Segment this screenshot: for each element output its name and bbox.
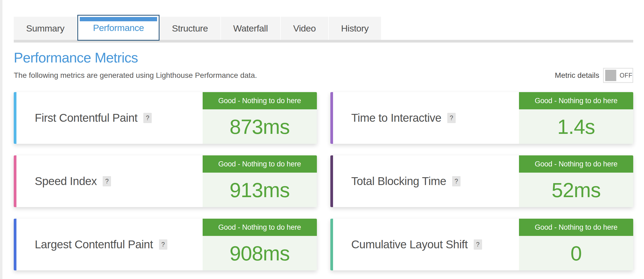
metric-result: Good - Nothing to do here 913ms xyxy=(203,155,317,207)
accent-bar xyxy=(14,219,16,270)
page-title: Performance Metrics xyxy=(14,50,138,66)
metric-card-total-blocking-time: Total Blocking Time ? Good - Nothing to … xyxy=(330,155,633,207)
active-tab-indicator xyxy=(80,17,157,21)
toggle-state-label: OFF xyxy=(620,72,633,79)
page-subtitle: The following metrics are generated usin… xyxy=(14,71,257,80)
tab-history[interactable]: History xyxy=(329,17,382,40)
status-badge: Good - Nothing to do here xyxy=(203,219,317,236)
metric-name: Cumulative Layout Shift xyxy=(351,238,468,251)
metric-body: Cumulative Layout Shift ? xyxy=(333,219,519,270)
accent-bar xyxy=(330,219,333,270)
metric-body: Speed Index ? xyxy=(16,155,203,207)
tab-performance[interactable]: Performance xyxy=(77,15,160,41)
tab-video[interactable]: Video xyxy=(281,17,329,40)
metric-result: Good - Nothing to do here 0 xyxy=(519,219,633,270)
tab-summary[interactable]: Summary xyxy=(14,17,77,40)
metric-value: 52ms xyxy=(519,173,633,207)
metric-value: 873ms xyxy=(203,109,317,144)
metric-body: Time to Interactive ? xyxy=(333,92,519,144)
metric-body: First Contentful Paint ? xyxy=(16,92,203,144)
help-icon[interactable]: ? xyxy=(143,113,152,123)
metric-result: Good - Nothing to do here 52ms xyxy=(519,155,633,207)
metric-name: Total Blocking Time xyxy=(351,175,446,188)
metric-card-first-contentful-paint: First Contentful Paint ? Good - Nothing … xyxy=(14,92,317,144)
metric-card-largest-contentful-paint: Largest Contentful Paint ? Good - Nothin… xyxy=(14,219,317,270)
metric-result: Good - Nothing to do here 873ms xyxy=(203,92,317,144)
metric-name: Speed Index xyxy=(35,175,97,188)
metric-card-time-to-interactive: Time to Interactive ? Good - Nothing to … xyxy=(330,92,633,144)
accent-bar xyxy=(14,92,16,144)
metric-name: Largest Contentful Paint xyxy=(35,238,153,251)
tab-performance-label: Performance xyxy=(93,23,144,33)
accent-bar xyxy=(330,155,333,207)
metrics-grid: First Contentful Paint ? Good - Nothing … xyxy=(14,92,633,270)
subheader-row: The following metrics are generated usin… xyxy=(14,68,633,83)
metric-value: 1.4s xyxy=(519,109,633,144)
window-edge xyxy=(0,0,2,279)
help-icon[interactable]: ? xyxy=(103,176,111,186)
metric-result: Good - Nothing to do here 1.4s xyxy=(519,92,633,144)
metric-value: 913ms xyxy=(203,173,317,207)
metric-card-speed-index: Speed Index ? Good - Nothing to do here … xyxy=(14,155,317,207)
status-badge: Good - Nothing to do here xyxy=(519,219,633,236)
metric-result: Good - Nothing to do here 908ms xyxy=(203,219,317,270)
metric-value: 908ms xyxy=(203,236,317,270)
metric-body: Total Blocking Time ? xyxy=(333,155,519,207)
tab-bar: Summary Performance Structure Waterfall … xyxy=(14,15,382,41)
accent-bar xyxy=(14,155,16,207)
tab-structure[interactable]: Structure xyxy=(160,17,221,40)
metric-details-label: Metric details xyxy=(555,71,599,80)
metric-body: Largest Contentful Paint ? xyxy=(16,219,203,270)
metric-value: 0 xyxy=(519,236,633,270)
status-badge: Good - Nothing to do here xyxy=(203,155,317,173)
help-icon[interactable]: ? xyxy=(447,113,456,123)
tab-waterfall[interactable]: Waterfall xyxy=(221,17,281,40)
metric-card-cumulative-layout-shift: Cumulative Layout Shift ? Good - Nothing… xyxy=(330,219,633,270)
metric-name: First Contentful Paint xyxy=(35,111,137,124)
metric-details-control: Metric details OFF xyxy=(555,68,633,83)
toggle-knob xyxy=(605,70,616,81)
help-icon[interactable]: ? xyxy=(159,239,167,250)
help-icon[interactable]: ? xyxy=(452,176,461,186)
metric-details-toggle[interactable]: OFF xyxy=(603,68,633,83)
help-icon[interactable]: ? xyxy=(474,239,482,250)
metric-name: Time to Interactive xyxy=(351,111,441,124)
status-badge: Good - Nothing to do here xyxy=(519,92,633,109)
accent-bar xyxy=(330,92,333,144)
status-badge: Good - Nothing to do here xyxy=(519,155,633,173)
status-badge: Good - Nothing to do here xyxy=(203,92,317,109)
